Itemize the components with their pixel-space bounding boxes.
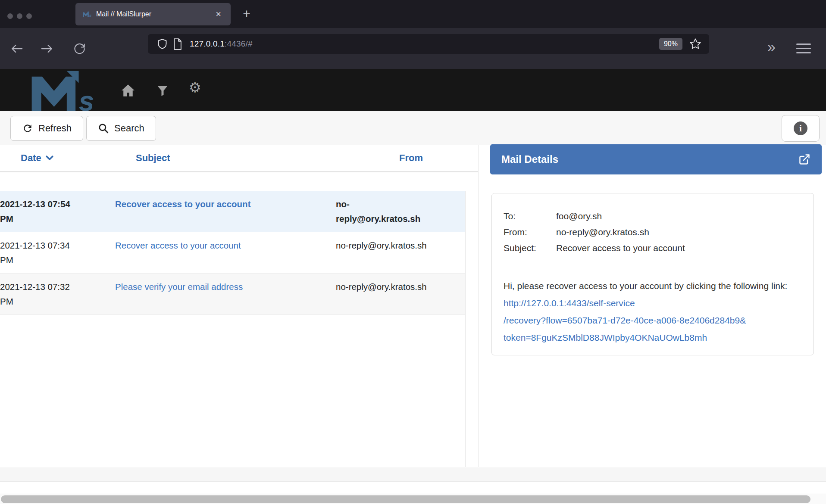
home-icon <box>122 84 135 96</box>
column-header-subject[interactable]: Subject <box>136 152 357 164</box>
subject-label: Subject: <box>504 240 556 256</box>
tab-strip: s Mail // MailSlurper × + <box>0 0 826 28</box>
filter-icon <box>157 86 168 96</box>
home-nav-button[interactable] <box>122 84 135 96</box>
recovery-link[interactable]: http://127.0.0.1:4433/self-service/recov… <box>504 298 746 342</box>
mail-from: no-reply@ory.kratos.sh <box>336 238 430 268</box>
settings-nav-button[interactable]: ⚙ <box>189 79 201 96</box>
mailslurper-header: s ⚙ <box>0 69 826 111</box>
svg-text:s: s <box>79 86 94 112</box>
filter-nav-button[interactable] <box>157 86 168 96</box>
mail-meta: To: foo@ory.sh From: no-reply@ory.kratos… <box>504 208 802 256</box>
recovery-link-line: token=8FguKzSMblD88JWIpby4OKNaUOwLb8mh <box>504 333 707 342</box>
column-header-date[interactable]: Date <box>21 152 136 164</box>
menu-bar <box>796 44 811 45</box>
tab-close-button[interactable]: × <box>213 9 224 20</box>
mail-details-title: Mail Details <box>501 153 798 165</box>
new-tab-button[interactable]: + <box>238 5 255 22</box>
mail-date: 2021-12-13 07:32 PM <box>0 280 80 309</box>
from-label: From: <box>504 224 556 240</box>
mail-row[interactable]: 2021-12-13 07:32 PM Please verify your e… <box>0 273 465 315</box>
menu-button[interactable] <box>796 44 811 56</box>
window-button[interactable] <box>26 13 32 19</box>
mail-from: no-reply@ory.kratos.sh <box>336 197 430 226</box>
url-host: 127.0.0.1 <box>190 39 225 49</box>
tab-title: Mail // MailSlurper <box>96 10 213 18</box>
app-toolbar: Refresh Search i <box>0 111 826 145</box>
to-label: To: <box>504 208 556 224</box>
browser-window: s Mail // MailSlurper × + 127.0.0.1:4436… <box>0 0 826 504</box>
from-value: no-reply@ory.kratos.sh <box>556 224 802 240</box>
mail-body-text: Hi, please recover access to your accoun… <box>504 281 787 291</box>
mail-date: 2021-12-13 07:34 PM <box>0 238 80 268</box>
toolbar-overflow-button[interactable]: » <box>767 38 774 55</box>
window-button[interactable] <box>7 13 13 19</box>
recovery-link-line: http://127.0.0.1:4433/self-service <box>504 298 635 308</box>
window-button[interactable] <box>17 13 22 19</box>
column-header-from[interactable]: From <box>357 152 466 164</box>
menu-bar <box>796 48 811 49</box>
window-controls[interactable] <box>7 13 32 19</box>
mail-details-card: To: foo@ory.sh From: no-reply@ory.kratos… <box>491 193 814 355</box>
mail-subject: Please verify your email address <box>115 280 336 309</box>
to-value: foo@ory.sh <box>556 208 802 224</box>
url-bar[interactable]: 127.0.0.1:4436/# 90% <box>148 34 709 54</box>
mail-subject: Recover access to your account <box>115 197 336 226</box>
back-button[interactable] <box>9 40 25 57</box>
mailslurper-favicon: s <box>82 9 92 19</box>
mail-details-header: Mail Details <box>490 144 822 174</box>
from-header-label: From <box>399 152 423 164</box>
bookmark-star-icon[interactable] <box>689 38 701 50</box>
browser-tab-mailslurper[interactable]: s Mail // MailSlurper × <box>75 3 231 25</box>
mail-list-panel: Date Subject From 2021-12-13 07:54 PM Re… <box>0 145 479 467</box>
content-area: Date Subject From 2021-12-13 07:54 PM Re… <box>0 145 826 467</box>
recovery-link-line: /recovery?flow=6507ba71-d72e-40ce-a006-8… <box>504 315 746 325</box>
svg-text:s: s <box>89 13 91 18</box>
open-external-icon[interactable] <box>798 153 810 165</box>
bottom-strip <box>0 468 826 482</box>
mail-row-selected[interactable]: 2021-12-13 07:54 PM Recover access to yo… <box>0 191 465 232</box>
mail-row[interactable]: 2021-12-13 07:34 PM Recover access to yo… <box>0 232 465 273</box>
menu-bar <box>796 52 811 53</box>
card-divider <box>504 266 802 266</box>
refresh-button[interactable]: Refresh <box>10 116 83 141</box>
mail-subject-link[interactable]: Recover access to your account <box>115 199 250 209</box>
horizontal-scrollbar[interactable] <box>0 494 826 504</box>
mail-list-body: 2021-12-13 07:54 PM Recover access to yo… <box>0 191 466 467</box>
mail-from: no-reply@ory.kratos.sh <box>336 280 430 309</box>
mail-subject: Recover access to your account <box>115 238 336 268</box>
mail-date: 2021-12-13 07:54 PM <box>0 197 80 226</box>
reload-button[interactable] <box>71 40 88 57</box>
mailslurper-logo: s <box>28 70 98 112</box>
forward-button[interactable] <box>39 40 55 57</box>
subject-value: Recover access to your account <box>556 240 802 256</box>
reload-icon <box>73 43 85 55</box>
refresh-icon <box>22 123 33 134</box>
search-icon <box>98 123 109 134</box>
info-button[interactable]: i <box>782 115 820 142</box>
mail-subject-link[interactable]: Please verify your email address <box>115 282 243 292</box>
forward-arrow-icon <box>40 42 54 56</box>
subject-header-label: Subject <box>136 152 170 164</box>
shield-icon[interactable] <box>156 38 168 50</box>
refresh-label: Refresh <box>38 123 72 134</box>
mail-body: Hi, please recover access to your accoun… <box>504 277 802 346</box>
search-label: Search <box>114 123 144 134</box>
scrollbar-thumb[interactable] <box>1 495 810 503</box>
search-button[interactable]: Search <box>86 116 156 141</box>
back-arrow-icon <box>10 42 24 56</box>
zoom-level-badge[interactable]: 90% <box>659 38 682 50</box>
date-header-label: Date <box>21 152 41 164</box>
browser-toolbar: 127.0.0.1:4436/# 90% » <box>0 28 826 69</box>
sort-descending-icon <box>46 156 53 161</box>
url-path: :4436/# <box>225 39 253 49</box>
info-icon: i <box>794 121 807 135</box>
page-icon[interactable] <box>172 38 183 50</box>
mail-list-header-row: Date Subject From <box>0 145 478 172</box>
mail-subject-link[interactable]: Recover access to your account <box>115 240 241 250</box>
